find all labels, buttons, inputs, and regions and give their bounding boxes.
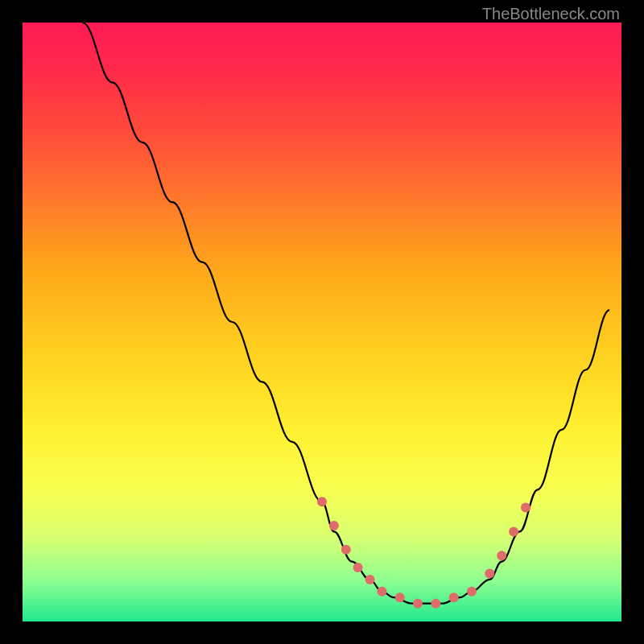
marker-dot xyxy=(509,526,518,536)
marker-dot xyxy=(449,592,459,602)
marker-dot xyxy=(395,592,405,602)
marker-dot xyxy=(365,575,375,584)
marker-dot xyxy=(497,551,506,560)
marker-dot xyxy=(329,521,339,530)
marker-dot xyxy=(317,497,327,506)
watermark-text: TheBottleneck.com xyxy=(482,5,620,23)
chart-container: TheBottleneck.com xyxy=(0,0,644,644)
marker-dot xyxy=(431,599,440,609)
plot-area xyxy=(23,23,621,621)
marker-dot xyxy=(377,587,386,597)
marker-dots xyxy=(317,497,530,609)
marker-dot xyxy=(353,563,363,572)
marker-dot xyxy=(341,545,351,555)
marker-dot xyxy=(413,599,423,609)
chart-svg xyxy=(23,23,621,621)
marker-dot xyxy=(467,587,477,597)
marker-dot xyxy=(485,569,494,579)
curve-line xyxy=(82,23,609,604)
marker-dot xyxy=(521,503,530,513)
